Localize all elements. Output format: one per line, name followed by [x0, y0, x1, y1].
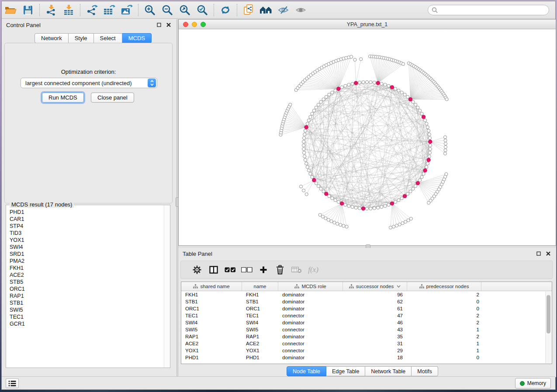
tab-select[interactable]: Select — [94, 33, 122, 43]
delete-column-trash-icon[interactable] — [272, 262, 288, 277]
first-neighbors-icon[interactable] — [257, 3, 275, 17]
result-node-item: PHD1 — [10, 209, 163, 216]
table-row-FKH1[interactable]: FKH1FKH1dominator962 — [181, 291, 552, 298]
cell-mcds_role: dominator — [278, 298, 343, 305]
app-window: Control Panel NetworkStyleSelectMCDS Opt… — [1, 1, 556, 390]
panel-list-menu-icon[interactable] — [6, 378, 19, 388]
zoom-out-icon[interactable] — [159, 3, 176, 17]
select-stepper-icon — [148, 79, 156, 87]
search-input[interactable] — [440, 7, 545, 13]
show-all-icon[interactable] — [292, 3, 310, 17]
status-bar: Memory — [2, 376, 555, 389]
optimization-criterion-select[interactable]: largest connected component (undirected) — [21, 78, 157, 88]
control-panel: Control Panel NetworkStyleSelectMCDS Opt… — [2, 19, 176, 377]
sort-desc-icon — [397, 285, 401, 288]
column-header-name[interactable]: name — [242, 282, 278, 291]
cell-name: ACE2 — [242, 340, 278, 347]
result-node-item: GCR1 — [10, 320, 163, 327]
cell-predecessor_nodes: 0 — [407, 354, 481, 361]
tab-motifs[interactable]: Motifs — [412, 366, 438, 376]
cell-predecessor_nodes: 1 — [407, 326, 481, 333]
tab-style[interactable]: Style — [69, 33, 94, 43]
scrollbar-thumb[interactable] — [547, 295, 550, 334]
function-builder-icon[interactable]: f(x) — [305, 262, 322, 277]
table-row-STB1[interactable]: STB1STB1dominator620 — [181, 298, 552, 305]
import-network-icon[interactable] — [42, 3, 60, 17]
network-canvas[interactable] — [179, 29, 556, 245]
cell-successor_nodes: 61 — [343, 305, 407, 312]
cell-mcds_role: connector — [278, 347, 343, 354]
zoom-selected-icon[interactable] — [194, 3, 211, 17]
mcds-result-box: MCDS result (17 nodes) PHD1CAR1STP4TID3Y… — [6, 205, 170, 368]
hide-selected-icon[interactable] — [275, 3, 292, 17]
create-column-plus-icon[interactable] — [255, 262, 272, 277]
float-panel-icon[interactable] — [535, 251, 542, 257]
cell-mcds_role: dominator — [278, 333, 343, 340]
table-row-PHD1[interactable]: PHD1PHD1dominator180 — [181, 354, 552, 361]
zoom-in-icon[interactable] — [141, 3, 159, 17]
cell-mcds_role: dominator — [278, 354, 343, 361]
table-settings-gear-icon[interactable] — [189, 262, 205, 277]
table-panel-titlebar: Table Panel — [178, 248, 556, 259]
save-session-icon[interactable] — [19, 3, 37, 17]
cell-predecessor_nodes: 2 — [407, 312, 481, 319]
cell-predecessor_nodes: 2 — [407, 291, 481, 298]
table-row-ACE2[interactable]: ACE2ACE2connector311 — [181, 340, 552, 347]
cell-mcds_role: dominator — [278, 305, 343, 312]
result-node-item: FKH1 — [10, 265, 163, 272]
tab-node-table[interactable]: Node Table — [287, 366, 326, 376]
cell-successor_nodes: 96 — [343, 291, 407, 298]
float-panel-icon[interactable] — [156, 22, 163, 28]
result-node-item: STP4 — [10, 223, 163, 230]
export-table-icon[interactable] — [100, 3, 118, 17]
table-scrollbar[interactable] — [545, 292, 551, 363]
import-table-icon[interactable] — [60, 3, 77, 17]
table-row-SWI5[interactable]: SWI5SWI5connector431 — [181, 326, 552, 333]
table-header-row: shared namenameMCDS rolesuccessor nodesp… — [181, 282, 552, 291]
result-node-item: TEC1 — [10, 313, 163, 320]
cell-successor_nodes: 29 — [343, 347, 407, 354]
show-column-panel-icon[interactable] — [205, 262, 222, 277]
tab-network-table[interactable]: Network Table — [365, 366, 412, 376]
open-file-icon[interactable] — [2, 3, 19, 17]
export-network-icon[interactable] — [83, 3, 100, 17]
close-panel-icon[interactable] — [545, 251, 552, 257]
table-row-SWI4[interactable]: SWI4SWI4dominator462 — [181, 319, 552, 326]
network-view-titlebar: YPA_prune.txt_1 — [179, 20, 556, 29]
close-panel-button[interactable]: Close panel — [91, 93, 134, 103]
table-row-ORC1[interactable]: ORC1ORC1dominator610 — [181, 305, 552, 312]
column-header-successor-nodes[interactable]: successor nodes — [343, 282, 407, 291]
delete-table-icon[interactable] — [288, 262, 305, 277]
table-panel-title: Table Panel — [183, 251, 212, 257]
cell-predecessor_nodes: 0 — [407, 305, 481, 312]
close-panel-icon[interactable] — [165, 22, 172, 28]
table-row-YOX1[interactable]: YOX1YOX1connector291 — [181, 347, 552, 354]
run-mcds-button[interactable]: Run MCDS — [42, 93, 84, 103]
column-header-predecessor-nodes[interactable]: predecessor nodes — [407, 282, 481, 291]
cell-predecessor_nodes: 0 — [407, 298, 481, 305]
table-row-RAP1[interactable]: RAP1RAP1dominator352 — [181, 333, 552, 340]
new-network-from-selection-icon[interactable] — [240, 3, 257, 17]
select-all-columns-icon[interactable] — [222, 262, 239, 277]
cell-successor_nodes: 47 — [343, 312, 407, 319]
export-image-icon[interactable] — [118, 3, 135, 17]
right-area: YPA_prune.txt_1 Table Panel — [178, 19, 556, 377]
table-row-TEC1[interactable]: TEC1TEC1connector472 — [181, 312, 552, 319]
cell-successor_nodes: 18 — [343, 354, 407, 361]
result-scrollbar[interactable] — [164, 205, 170, 368]
mcds-tab-content: Optimization criterion: largest connecte… — [4, 43, 173, 203]
refresh-icon[interactable] — [217, 3, 234, 17]
cell-mcds_role: connector — [278, 326, 343, 333]
deselect-all-columns-icon[interactable] — [239, 262, 255, 277]
cell-name: SWI5 — [242, 326, 278, 333]
memory-button[interactable]: Memory — [515, 378, 551, 389]
tab-mcds[interactable]: MCDS — [122, 33, 152, 43]
column-header-MCDS-role[interactable]: MCDS role — [278, 282, 343, 291]
tab-network[interactable]: Network — [35, 33, 69, 43]
cell-predecessor_nodes: 1 — [407, 347, 481, 354]
column-group-icon — [349, 284, 354, 289]
zoom-fit-icon[interactable] — [176, 3, 194, 17]
column-header-shared-name[interactable]: shared name — [181, 282, 242, 291]
cell-shared_name: PHD1 — [181, 354, 242, 361]
tab-edge-table[interactable]: Edge Table — [326, 366, 365, 376]
